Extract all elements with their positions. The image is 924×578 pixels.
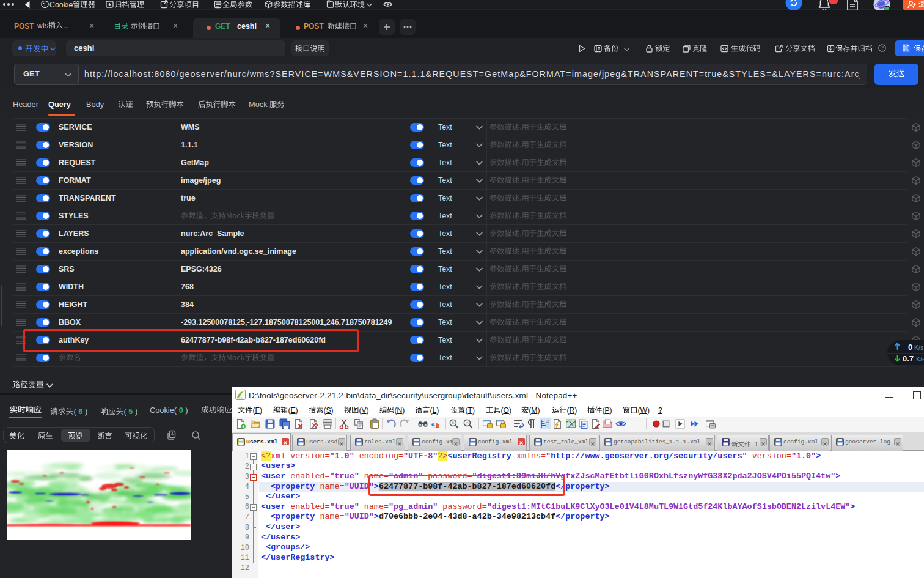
svg-text:a: a bbox=[431, 420, 435, 427]
svg-text:?: ? bbox=[881, 45, 884, 51]
